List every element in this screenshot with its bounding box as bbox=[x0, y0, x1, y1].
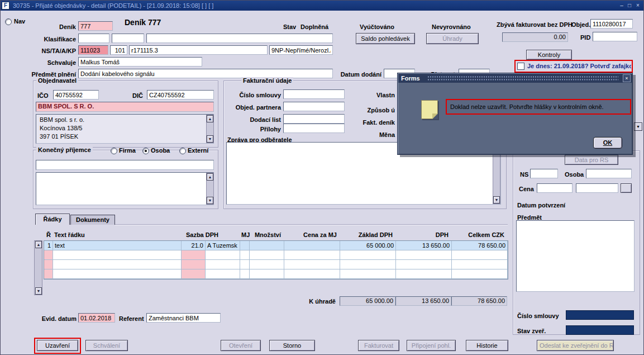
pid-field[interactable] bbox=[593, 32, 637, 41]
table-row-cell[interactable] bbox=[182, 269, 206, 279]
table-row-cell[interactable] bbox=[452, 269, 508, 279]
nav-radio[interactable] bbox=[5, 18, 12, 25]
table-row-cell[interactable] bbox=[53, 269, 182, 279]
evid-datum-field[interactable] bbox=[78, 313, 115, 323]
table-row-cell[interactable] bbox=[182, 260, 206, 269]
table-row-cell[interactable]: 13 650.00 bbox=[396, 241, 452, 250]
table-row-cell[interactable]: 1 bbox=[44, 241, 53, 250]
table-row-cell[interactable] bbox=[284, 269, 340, 279]
dialog-close-icon[interactable]: × bbox=[623, 74, 631, 82]
denik-field[interactable] bbox=[78, 21, 113, 31]
storno-button[interactable]: Storno bbox=[269, 340, 315, 351]
table-row-cell[interactable] bbox=[284, 260, 340, 269]
kp-field[interactable] bbox=[269, 45, 333, 55]
firma-radio[interactable] bbox=[111, 148, 117, 154]
scroll-up-icon[interactable]: ▲ bbox=[207, 115, 213, 122]
table-row-cell[interactable]: text bbox=[53, 241, 182, 250]
historie-button[interactable]: Historie bbox=[466, 340, 508, 351]
schvaleni-button[interactable]: Schválení bbox=[85, 340, 128, 351]
scroll-up-icon[interactable]: ▲ bbox=[207, 173, 213, 181]
rs-cena-lov-button[interactable] bbox=[621, 183, 632, 193]
table-row-cell[interactable] bbox=[182, 250, 206, 260]
scroll-up-icon[interactable]: ▲ bbox=[35, 241, 42, 248]
objed-field[interactable] bbox=[590, 19, 633, 29]
table-row-cell[interactable] bbox=[53, 260, 182, 269]
table-row-cell[interactable] bbox=[206, 269, 240, 279]
scroll-down-icon[interactable]: ▼ bbox=[493, 196, 500, 203]
table-row-cell[interactable] bbox=[340, 260, 396, 269]
rows-scrollbar[interactable]: ▲ ▼ bbox=[34, 240, 42, 295]
table-row-cell[interactable] bbox=[250, 269, 284, 279]
scroll-down-icon[interactable]: ▼ bbox=[207, 135, 213, 143]
table-row-cell[interactable] bbox=[240, 250, 250, 260]
prilohy-field[interactable] bbox=[283, 124, 345, 133]
table-row-cell[interactable] bbox=[44, 250, 53, 260]
table-row-cell[interactable] bbox=[340, 250, 396, 260]
table-row-cell[interactable] bbox=[240, 269, 250, 279]
schvaluje-field[interactable] bbox=[78, 57, 202, 67]
table-row-cell[interactable] bbox=[452, 260, 508, 269]
table-row-cell[interactable] bbox=[44, 260, 53, 269]
table-row-cell[interactable] bbox=[250, 260, 284, 269]
table-row-cell[interactable] bbox=[250, 250, 284, 260]
klasifikace-field-3[interactable] bbox=[146, 34, 333, 43]
konecny-prijemce-field[interactable] bbox=[36, 160, 214, 170]
kontroly-button[interactable]: Kontroly bbox=[526, 50, 572, 60]
rs-osoba-field[interactable] bbox=[586, 169, 632, 178]
table-row-cell[interactable] bbox=[284, 241, 340, 250]
uhrady-button[interactable]: Úhrady bbox=[426, 33, 479, 44]
table-row-cell[interactable]: 65 000.00 bbox=[340, 241, 396, 250]
close-icon[interactable]: × bbox=[634, 2, 642, 8]
rs-predmet-box[interactable] bbox=[516, 220, 635, 292]
rs-cena-field-1[interactable] bbox=[537, 183, 573, 193]
predmet-plneni-field[interactable] bbox=[78, 69, 333, 78]
scroll-down-icon[interactable]: ▼ bbox=[35, 287, 42, 295]
rs-cena-field-2[interactable] bbox=[576, 183, 618, 193]
rs-ns-field[interactable] bbox=[530, 169, 558, 178]
restore-icon[interactable]: □ bbox=[626, 2, 633, 8]
cislo-smlouvy-field[interactable] bbox=[283, 89, 345, 99]
referent-field[interactable] bbox=[146, 313, 221, 323]
table-row-cell[interactable] bbox=[206, 260, 240, 269]
ico-field[interactable] bbox=[53, 90, 99, 100]
table-row-cell[interactable] bbox=[53, 250, 182, 260]
table-row-cell[interactable]: 21.0 bbox=[182, 241, 206, 250]
table-row-cell[interactable] bbox=[396, 250, 452, 260]
externi-radio[interactable] bbox=[179, 148, 186, 154]
date-check-checkbox[interactable] bbox=[517, 63, 524, 70]
mena-combo-icon[interactable]: ▼ bbox=[634, 122, 642, 131]
dodaci-list-field[interactable] bbox=[283, 114, 345, 124]
klasifikace-field-1[interactable] bbox=[78, 34, 109, 43]
table-row-cell[interactable] bbox=[396, 260, 452, 269]
uzavreni-button[interactable]: Uzavření bbox=[37, 340, 78, 351]
fakturovat-button[interactable]: Fakturovat bbox=[358, 340, 399, 351]
objednavatel-name[interactable]: BBM SPOL. S R. O. bbox=[36, 102, 214, 112]
table-row-cell[interactable] bbox=[250, 241, 284, 250]
data-pro-rs-button[interactable]: Data pro RS bbox=[565, 155, 618, 165]
a-field[interactable] bbox=[129, 45, 268, 55]
klasifikace-field-2[interactable] bbox=[112, 34, 144, 43]
objed-partnera-field[interactable] bbox=[283, 102, 345, 111]
table-row-cell[interactable] bbox=[396, 269, 452, 279]
ns-field[interactable] bbox=[78, 45, 108, 55]
table-row-cell[interactable] bbox=[340, 269, 396, 279]
address-scrollbar[interactable]: ▲ ▼ bbox=[206, 115, 214, 143]
table-row-cell[interactable] bbox=[452, 250, 508, 260]
scroll-down-icon[interactable]: ▼ bbox=[207, 197, 213, 204]
osoba-radio[interactable] bbox=[142, 148, 149, 154]
otevreni-button[interactable]: Otevření bbox=[221, 340, 261, 351]
tab-radky[interactable]: Řádky bbox=[35, 214, 70, 225]
table-row-cell[interactable] bbox=[284, 250, 340, 260]
table-row-cell[interactable] bbox=[44, 269, 53, 279]
ta-field[interactable] bbox=[110, 45, 127, 55]
nav-label[interactable]: Nav bbox=[14, 18, 25, 25]
saldo-pohledavek-button[interactable]: Saldo pohledávek bbox=[356, 33, 415, 44]
table-row-cell[interactable] bbox=[240, 260, 250, 269]
table-row-cell[interactable]: A Tuzemsk bbox=[206, 241, 240, 250]
dic-field[interactable] bbox=[147, 90, 214, 100]
table-row-cell[interactable] bbox=[206, 250, 240, 260]
pripojeni-pohl-button[interactable]: Připojení pohl. bbox=[407, 340, 456, 351]
konecny-scrollbar[interactable]: ▲ ▼ bbox=[206, 173, 214, 205]
table-row-cell[interactable]: 78 650.00 bbox=[452, 241, 508, 250]
odeslat-rs-button[interactable]: Odeslat ke zveřejnění do RS bbox=[537, 340, 614, 351]
